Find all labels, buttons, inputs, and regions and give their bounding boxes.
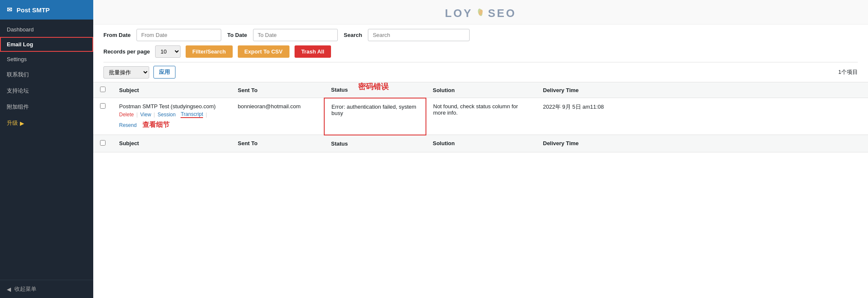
collapse-label: 收起菜单 [14,285,36,293]
password-error-annotation: 密码错误 [358,82,389,92]
row-delivery-time-cell: 2022年 9月 5日 am11:08 [536,98,868,135]
row-sent-to-cell: bonnieoran@hotmail.com [231,98,324,135]
logo: LOY SEO [445,7,516,20]
delivery-time-value: 2022年 9月 5日 am11:08 [543,104,604,110]
row-subject-cell: Postman SMTP Test (studyingseo.com) Dele… [112,98,231,135]
transcript-link[interactable]: Transcript [181,111,203,118]
export-csv-button[interactable]: Export To CSV [238,45,289,58]
view-detail-annotation: 查看细节 [142,121,170,129]
bulk-action-bar: 批量操作 应用 1个项目 [93,62,868,82]
records-per-page-label: Records per page [103,48,150,55]
sidebar-collapse-button[interactable]: ◀ 收起菜单 [0,280,93,298]
sidebar-brand-label: Post SMTP [17,6,50,14]
action-bar: Records per page 10 20 50 100 Filter/Sea… [93,41,868,62]
row-solution-cell: Not found, check status column for more … [426,98,536,135]
mail-icon: ✉ [7,6,12,14]
items-count: 1个项目 [838,68,858,76]
sidebar-brand[interactable]: ✉ Post SMTP [0,0,93,20]
sidebar-item-upgrade[interactable]: 升级 ▶ [0,115,93,131]
search-input[interactable] [368,29,470,41]
header-status: Status 密码错误 [324,82,426,98]
sidebar-item-settings[interactable]: Settings [0,52,93,67]
sent-to-value: bonnieoran@hotmail.com [238,103,300,110]
sidebar-item-contact[interactable]: 联系我们 [0,67,93,83]
from-date-label: From Date [103,32,131,38]
solution-value: Not found, check status column for more … [433,103,518,116]
footer-checkbox-cell [93,135,112,152]
sidebar-item-email-log[interactable]: Email Log [0,37,93,52]
sidebar-item-forum[interactable]: 支持论坛 [0,83,93,99]
resend-link[interactable]: Resend [119,122,136,128]
to-date-label: To Date [227,32,247,38]
footer-select-all-checkbox[interactable] [100,140,106,146]
subject-actions: Delete | View | Session Transcript | Res… [119,111,224,129]
row-checkbox-cell [93,98,112,135]
to-date-input[interactable] [253,29,338,41]
trash-all-button[interactable]: Trash All [295,45,331,58]
header-subject: Subject [112,82,231,98]
sidebar-item-dashboard[interactable]: Dashboard [0,22,93,37]
view-link[interactable]: View [140,112,151,118]
footer-status-cell: Status [324,135,426,152]
subject-title: Postman SMTP Test (studyingseo.com) [119,103,224,110]
header-delivery-time: Delivery Time [536,82,868,98]
footer-subject-cell: Subject [112,135,231,152]
logo-area: LOY SEO [93,0,868,25]
email-log-table-wrapper: Subject Sent To Status 密码错误 Solution Del… [93,82,868,152]
row-checkbox[interactable] [100,103,106,109]
email-log-table: Subject Sent To Status 密码错误 Solution Del… [93,82,868,152]
delete-link[interactable]: Delete [119,112,134,118]
header-sent-to: Sent To [231,82,324,98]
footer-solution-cell: Solution [426,135,536,152]
sidebar: ✉ Post SMTP Dashboard Email Log Settings… [0,0,93,298]
filter-bar: From Date To Date Search [93,25,868,41]
select-all-checkbox[interactable] [100,87,106,92]
apply-button[interactable]: 应用 [153,66,175,79]
header-solution: Solution [426,82,536,98]
sidebar-nav: Dashboard Email Log Settings 联系我们 支持论坛 附… [0,20,93,280]
status-value: Error: authentication failed, system bus… [331,104,416,116]
from-date-input[interactable] [136,29,221,41]
chevron-left-icon: ◀ [7,286,11,292]
table-row: Postman SMTP Test (studyingseo.com) Dele… [93,98,868,135]
row-status-cell: Error: authentication failed, system bus… [324,98,426,135]
table-header-row: Subject Sent To Status 密码错误 Solution Del… [93,82,868,98]
footer-sent-to-cell: Sent To [231,135,324,152]
arrow-right-icon: ▶ [20,120,24,127]
filter-search-button[interactable]: Filter/Search [186,45,233,58]
records-per-page-select[interactable]: 10 20 50 100 [155,45,181,58]
sidebar-item-addons[interactable]: 附加组件 [0,99,93,115]
session-link[interactable]: Session [158,112,176,118]
bulk-action-select[interactable]: 批量操作 [103,66,149,79]
logo-icon [474,8,486,20]
table-footer-row: Subject Sent To Status Solution Delivery… [93,135,868,152]
search-label: Search [344,32,362,38]
footer-delivery-time-cell: Delivery Time [536,135,868,152]
main-content: LOY SEO From Date To Date Search Records… [93,0,868,298]
header-checkbox [93,82,112,98]
